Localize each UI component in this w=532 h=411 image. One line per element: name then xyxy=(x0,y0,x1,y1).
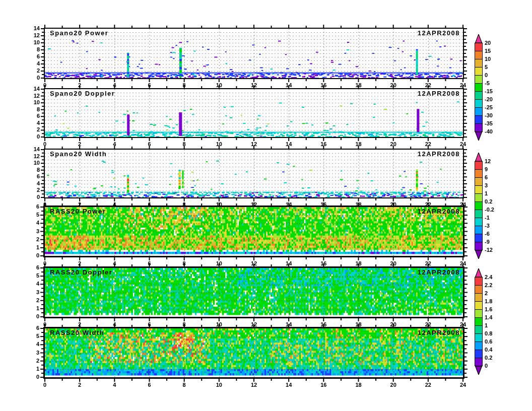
x-tick-label: 8 xyxy=(177,82,192,88)
x-tick-label: 20 xyxy=(386,260,401,266)
colorbar-label: 1.4 xyxy=(485,314,492,320)
colorbar-label: 0.2 xyxy=(485,355,492,361)
colorbar-label: 2 xyxy=(485,290,488,296)
x-tick-label: 6 xyxy=(142,382,157,388)
colorbar-label: -30 xyxy=(485,112,493,118)
colorbar-label: 9 xyxy=(485,166,488,172)
colorbar-segment xyxy=(475,91,483,100)
colorbar-label: 12 xyxy=(485,158,491,164)
panel-date: 12APR2008 xyxy=(418,29,460,37)
x-tick-label: 8 xyxy=(177,321,192,327)
y-tick-label: 5 xyxy=(26,333,39,339)
colorbar-segment xyxy=(475,242,483,250)
x-tick-label: 10 xyxy=(212,201,227,208)
y-tick-label: 14 xyxy=(27,146,40,152)
y-tick-label: 6 xyxy=(27,113,40,119)
x-tick-label: 24 xyxy=(455,260,471,266)
y-tick-label: 0 xyxy=(27,194,40,200)
x-tick-label: 20 xyxy=(386,201,401,208)
panel-rass20-power: RASS20 Power 12APR2008 xyxy=(43,206,464,257)
spano20-width-plot xyxy=(45,150,463,197)
x-tick-label: 6 xyxy=(142,321,157,327)
panel-title: Spano20 Width xyxy=(50,150,107,158)
y-tick-label: 1 xyxy=(26,305,39,311)
y-tick-label: 12 xyxy=(27,93,40,99)
colorbar-top-arrow xyxy=(474,268,483,277)
colorbar-segment xyxy=(475,75,483,84)
x-tick-label: 18 xyxy=(351,141,366,147)
colorbar-segment xyxy=(475,325,483,334)
y-tick-label: 6 xyxy=(27,173,40,179)
y-tick-label: 2 xyxy=(26,236,39,242)
colorbar-segment xyxy=(475,115,483,124)
x-tick-label: 18 xyxy=(351,382,366,388)
y-tick-label: 12 xyxy=(27,32,40,38)
colorbar-label: 1.8 xyxy=(485,298,492,304)
panel-title: Spano20 Power xyxy=(50,29,108,37)
y-tick-label: 2 xyxy=(27,126,40,132)
y-tick-label: 14 xyxy=(27,86,40,92)
x-tick-label: 4 xyxy=(107,260,122,266)
x-tick-label: 8 xyxy=(177,382,192,388)
colorbar-segment xyxy=(475,59,483,67)
colorbar-segment xyxy=(475,226,483,234)
colorbar-segment xyxy=(475,234,483,242)
rass20-width-plot xyxy=(45,328,463,377)
y-tick-label: 10 xyxy=(27,39,40,45)
x-tick-label: 14 xyxy=(281,321,296,327)
colorbar-label: 5 xyxy=(485,64,488,70)
x-tick-label: 4 xyxy=(107,321,122,327)
colorbar-segment xyxy=(475,277,483,286)
x-tick-label: 10 xyxy=(212,141,227,147)
y-tick-label: 2 xyxy=(26,297,39,303)
y-tick-label: 10 xyxy=(27,160,40,166)
panel-date: 12APR2008 xyxy=(418,268,460,276)
colorbar-segment xyxy=(475,333,483,342)
x-tick-label: 2 xyxy=(72,321,87,327)
panel-date: 12APR2008 xyxy=(418,90,460,97)
colorbar-segment xyxy=(475,201,483,210)
panel-spano20-width: Spano20 Width 12APR2008 xyxy=(44,149,464,198)
y-tick-label: 8 xyxy=(27,46,40,52)
x-tick-label: 20 xyxy=(386,141,401,147)
colorbar-label: 10 xyxy=(485,56,491,62)
colorbar-bottom-arrow xyxy=(474,132,483,141)
colorbar-label: 15 xyxy=(485,48,491,54)
panel-spano20-doppler: Spano20 Doppler 12APR2008 xyxy=(44,88,464,138)
x-tick-label: 14 xyxy=(281,141,296,147)
colorbar-segment xyxy=(475,123,483,132)
y-tick-label: 8 xyxy=(27,167,40,173)
x-tick-label: 0 xyxy=(37,321,52,327)
panel-title: RASS20 Doppler xyxy=(50,268,112,276)
y-tick-label: 1 xyxy=(26,244,39,250)
colorbar-segment xyxy=(475,161,483,170)
y-tick-label: 4 xyxy=(26,220,39,226)
x-tick-label: 2 xyxy=(72,382,87,388)
y-tick-label: 14 xyxy=(27,25,40,31)
colorbar-velocity: 1296310.2-0.2-1-3-6-9-12 xyxy=(474,153,504,259)
colorbar-label: -20 xyxy=(485,96,493,102)
x-tick-label: 24 xyxy=(455,82,471,88)
x-tick-label: 18 xyxy=(351,82,366,88)
y-tick-label: 0 xyxy=(26,374,39,380)
colorbar-segment xyxy=(475,210,483,218)
x-tick-label: 2 xyxy=(72,260,87,266)
x-tick-label: 8 xyxy=(177,201,192,208)
colorbar-bottom-arrow xyxy=(474,250,483,259)
x-tick-label: 20 xyxy=(386,82,401,88)
colorbar-segment xyxy=(475,169,483,178)
panel-title: Spano20 Doppler xyxy=(50,90,115,97)
x-tick-label: 22 xyxy=(421,82,436,88)
colorbar-label: 1 xyxy=(485,190,488,196)
panel-date: 12APR2008 xyxy=(418,208,460,215)
colorbar-segment xyxy=(475,358,483,366)
colorbar-label: -12 xyxy=(485,247,493,253)
colorbar-label: 2.2 xyxy=(485,282,492,288)
x-tick-label: 16 xyxy=(316,141,331,147)
y-tick-label: 0 xyxy=(26,252,39,258)
x-tick-label: 12 xyxy=(246,321,261,327)
x-tick-label: 6 xyxy=(142,82,157,88)
y-tick-label: 3 xyxy=(26,289,39,295)
x-tick-label: 24 xyxy=(455,382,471,388)
x-tick-label: 22 xyxy=(421,382,436,388)
